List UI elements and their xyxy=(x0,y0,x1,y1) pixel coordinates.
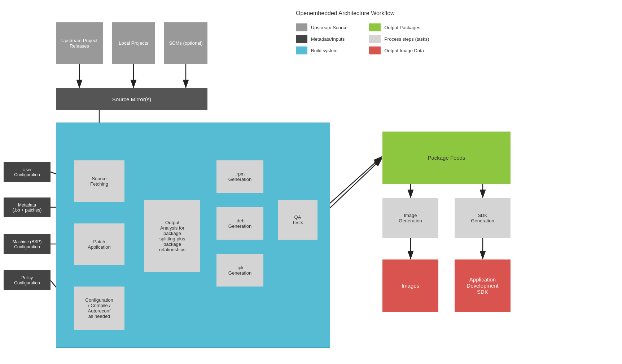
legend-upstream-source-label: Upstream Source xyxy=(311,25,347,30)
local-projects-label: Local Projects xyxy=(119,40,148,46)
qa-tests: QA Tests xyxy=(278,200,317,240)
local-projects: Local Projects xyxy=(112,22,155,64)
legend-col-1: Upstream Source Metadata/Inputs Build sy… xyxy=(296,23,347,54)
diagram-title: Openembedded Architecture Workflow xyxy=(296,10,395,17)
patch-application-label: Patch Application xyxy=(88,239,111,250)
legend-build-system-box xyxy=(296,46,307,54)
scms: SCMs (optional) xyxy=(164,22,207,64)
legend-process-steps: Process steps (tasks) xyxy=(369,35,429,43)
diagram-container: Openembedded Architecture Workflow Upstr… xyxy=(0,0,622,364)
package-feeds: Package Feeds xyxy=(382,132,511,184)
patch-application: Patch Application xyxy=(74,223,124,265)
source-mirror-label: Source Mirror(s) xyxy=(112,96,151,102)
policy-config-text: Policy Configuration xyxy=(14,275,40,285)
legend-upstream-source: Upstream Source xyxy=(296,23,347,31)
image-generation: Image Generation xyxy=(382,198,438,238)
app-dev-sdk: Application Development SDK xyxy=(455,259,511,312)
upstream-releases: Upstream Project Releases xyxy=(56,22,103,64)
rpm-generation: .rpm Generation xyxy=(216,160,263,193)
upstream-releases-label: Upstream Project Releases xyxy=(59,38,100,49)
deb-generation: .deb Generation xyxy=(216,207,263,240)
legend-build-system: Build system xyxy=(296,46,347,54)
sdk-gen-label: SDK Generation xyxy=(471,213,494,223)
output-analysis-label: Output Analysis for package splitting pl… xyxy=(159,220,185,252)
policy-config-label: Policy Configuration xyxy=(4,270,51,290)
legend-output-image-box xyxy=(369,46,381,54)
legend-process-steps-box xyxy=(369,35,381,43)
package-feeds-label: Package Feeds xyxy=(428,155,465,161)
sdk-generation: SDK Generation xyxy=(455,198,511,238)
images-label: Images xyxy=(402,283,419,289)
output-analysis: Output Analysis for package splitting pl… xyxy=(144,200,200,272)
legend-build-system-label: Build system xyxy=(311,48,338,53)
legend-process-steps-label: Process steps (tasks) xyxy=(384,36,429,42)
machine-bsp-label: Machine (BSP) Configuration xyxy=(4,234,51,254)
legend-metadata: Metadata/Inputs xyxy=(296,35,347,43)
rpm-gen-label: .rpm Generation xyxy=(228,171,251,182)
source-fetching-label: Source Fetching xyxy=(90,176,108,187)
qa-tests-label: QA Tests xyxy=(292,214,303,225)
metadata-label: Metadata (.bb + patches) xyxy=(4,197,51,217)
deb-gen-label: .deb Generation xyxy=(228,218,251,229)
legend: Upstream Source Metadata/Inputs Build sy… xyxy=(296,23,429,54)
scms-label: SCMs (optional) xyxy=(169,40,202,46)
config-compile-label: Configuration / Compile / Autoreconf as … xyxy=(85,297,113,319)
ipk-generation: .ipk Generation xyxy=(216,254,263,287)
image-gen-label: Image Generation xyxy=(399,213,422,223)
legend-col-2: Output Packages Process steps (tasks) Ou… xyxy=(369,23,429,54)
config-compile: Configuration / Compile / Autoreconf as … xyxy=(74,287,124,330)
legend-output-packages: Output Packages xyxy=(369,23,429,31)
user-config-text: User Configuration xyxy=(14,167,40,177)
machine-bsp-text: Machine (BSP) Configuration xyxy=(13,239,42,249)
legend-output-image: Output Image Data xyxy=(369,46,429,54)
metadata-text: Metadata (.bb + patches) xyxy=(13,203,41,213)
legend-upstream-source-box xyxy=(296,23,307,31)
ipk-gen-label: .ipk Generation xyxy=(228,265,251,276)
app-dev-sdk-label: Application Development SDK xyxy=(466,276,498,295)
legend-output-packages-label: Output Packages xyxy=(384,25,420,30)
source-fetching: Source Fetching xyxy=(74,160,124,202)
legend-output-packages-box xyxy=(369,23,381,31)
legend-metadata-box xyxy=(296,35,307,43)
user-config-label: User Configuration xyxy=(4,162,51,182)
legend-metadata-label: Metadata/Inputs xyxy=(311,36,345,42)
source-mirror: Source Mirror(s) xyxy=(56,88,207,110)
legend-output-image-label: Output Image Data xyxy=(384,48,424,53)
images-output: Images xyxy=(382,259,438,312)
